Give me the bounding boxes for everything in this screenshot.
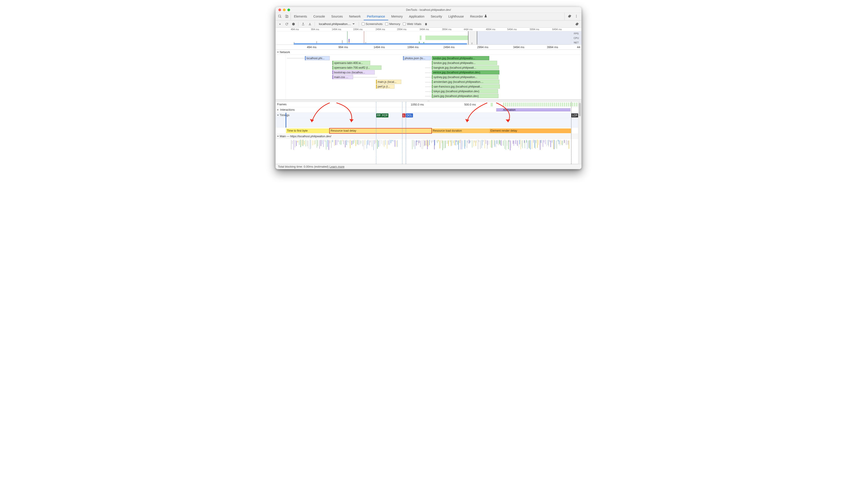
capture-settings-icon[interactable] — [575, 22, 579, 26]
clear-button[interactable] — [291, 22, 296, 26]
ruler-tick: 3494 ms — [513, 46, 524, 49]
network-request-bar[interactable]: main.css ... — [332, 75, 353, 79]
caret-down-icon — [352, 23, 355, 26]
tab-console[interactable]: Console — [310, 13, 328, 20]
flask-icon — [484, 14, 487, 18]
ov-tick: 494 ms — [291, 28, 299, 31]
ruler-tick: 1494 ms — [374, 46, 385, 49]
main-thread-header[interactable]: Main — https://localhost.philipwalton.de… — [276, 134, 581, 139]
window-close-button[interactable] — [279, 9, 281, 11]
ov-tick: 1994 ms — [353, 28, 363, 31]
network-request-bar[interactable]: localhost.phi... — [305, 56, 330, 60]
window-title: DevTools - localhost.philipwalton.dev/ — [406, 8, 451, 12]
window-zoom-button[interactable] — [287, 9, 290, 11]
network-request-bar[interactable]: amsterdam.jpg (localhost.philipwalton...… — [432, 80, 499, 84]
ov-tick: 3494 ms — [420, 28, 429, 31]
devtools-window: DevTools - localhost.philipwalton.dev/ E… — [275, 7, 582, 169]
ov-tick: 1494 ms — [332, 28, 341, 31]
tab-lighthouse[interactable]: Lighthouse — [445, 13, 467, 20]
svg-rect-1 — [286, 15, 287, 18]
ruler-tick: 2994 ms — [477, 46, 488, 49]
main-thread-flamechart[interactable] — [276, 139, 581, 164]
lcp-seg-resource-load-duration: Resource load duration — [432, 129, 489, 133]
ruler-tick: 2494 ms — [443, 46, 455, 49]
network-request-bar[interactable]: venice.jpg (localhost.philipwalton.dev) — [432, 70, 499, 74]
reload-record-button[interactable] — [285, 22, 289, 26]
network-request-bar[interactable]: london.jpg (localhost.philipwalto... — [432, 61, 497, 65]
network-request-bar[interactable]: opensans-latin-700.woff2 (l... — [332, 66, 382, 70]
tab-network[interactable]: Network — [346, 13, 364, 20]
inspect-element-icon[interactable] — [278, 14, 282, 19]
interactions-track[interactable]: Interactions Animation — [276, 107, 581, 113]
overview-right-labels: FPS CPU NET — [571, 31, 581, 45]
network-request-bar[interactable]: london.jpg (localhost.philipwalto... — [432, 56, 489, 60]
more-icon[interactable] — [574, 14, 578, 19]
timings-spacer — [276, 118, 581, 128]
overview-minimap[interactable]: 494 ms994 ms1494 ms1994 ms2494 ms2994 ms… — [276, 28, 581, 45]
tab-recorder[interactable]: Recorder — [467, 13, 490, 20]
tab-security[interactable]: Security — [427, 13, 446, 20]
network-request-bar[interactable]: tokyo.jpg (localhost.philipwalton.dev) — [432, 89, 498, 94]
detail-ruler[interactable]: 494 ms994 ms1494 ms1994 ms2494 ms2994 ms… — [276, 45, 581, 50]
device-toggle-icon[interactable] — [285, 14, 289, 19]
svg-point-5 — [576, 17, 577, 18]
save-profile-icon[interactable] — [308, 22, 312, 26]
ruler-tick: 494 ms — [307, 46, 317, 49]
network-flamechart[interactable]: localhost.phi...opensans-latin-400.w...o… — [276, 55, 581, 100]
status-bar: Total blocking time: 0.00ms (estimated) … — [276, 164, 581, 169]
inspect-toggle-group — [276, 13, 291, 20]
vertical-scrollbar[interactable] — [578, 102, 581, 164]
svg-point-4 — [576, 16, 577, 17]
ov-tick: 994 ms — [311, 28, 319, 31]
ov-tick: 5994 ms — [530, 28, 539, 31]
load-marker: L — [402, 113, 405, 117]
panel-tabs: ElementsConsoleSourcesNetworkPerformance… — [276, 13, 581, 20]
network-request-bar[interactable]: bootstrap.css (localhos... — [332, 70, 375, 74]
network-request-bar[interactable]: sydney.jpg (localhost.philipwalton... — [432, 75, 499, 79]
frame-duration-2: 500.0 ms — [464, 103, 476, 106]
network-section-header[interactable]: Network — [276, 50, 581, 55]
profile-select[interactable]: localhost.philipwalton.... — [318, 22, 356, 26]
lcp-seg-resource-load-delay: Resource load delay — [329, 128, 432, 134]
ov-tick: 2994 ms — [397, 28, 406, 31]
collect-garbage-icon[interactable] — [424, 22, 428, 26]
dcl-marker: DCL — [406, 113, 413, 117]
tab-application[interactable]: Application — [406, 13, 427, 20]
tab-memory[interactable]: Memory — [388, 13, 406, 20]
overview-selection-handle[interactable] — [468, 31, 477, 45]
ov-tick: 4994 ms — [486, 28, 495, 31]
net-overview — [294, 43, 467, 45]
frames-strip — [503, 103, 579, 106]
network-request-bar[interactable]: main.js (local... — [376, 80, 401, 84]
lcp-seg-ttfb: Time to first byte — [286, 129, 329, 133]
frame-duration-1: 1050.0 ms — [411, 103, 424, 106]
network-request-bar[interactable]: paris.jpg (localhost.philipwalton.dev) — [432, 94, 499, 98]
network-request-bar[interactable]: photos.json (lo... — [403, 56, 431, 60]
network-request-bar[interactable]: opensans-latin-400.w... — [332, 61, 370, 65]
tab-sources[interactable]: Sources — [328, 13, 346, 20]
tab-elements[interactable]: Elements — [291, 13, 310, 20]
webvitals-checkbox[interactable]: Web Vitals — [403, 22, 421, 26]
load-profile-icon[interactable] — [301, 22, 305, 26]
frames-track[interactable]: Frames 1050.0 ms 500.0 ms — [276, 102, 581, 107]
fp-marker: FP — [376, 113, 381, 117]
resize-handle[interactable]: ··· — [276, 100, 581, 102]
settings-icon[interactable] — [568, 14, 571, 19]
overview-ruler: 494 ms994 ms1494 ms1994 ms2494 ms2994 ms… — [276, 28, 581, 31]
window-minimize-button[interactable] — [283, 9, 286, 11]
tab-performance[interactable]: Performance — [364, 13, 388, 20]
learn-more-link[interactable]: Learn more — [330, 165, 344, 168]
screenshots-checkbox[interactable]: Screenshots — [362, 22, 383, 26]
lcp-marker: LCP — [571, 113, 578, 117]
network-request-bar[interactable]: bangkok.jpg (localhost.philipwalt... — [432, 66, 499, 70]
window-titlebar: DevTools - localhost.philipwalton.dev/ — [276, 7, 581, 13]
ruler-tick: 994 ms — [338, 46, 348, 49]
timings-track-header[interactable]: Timings FP FCP L DCL LCP — [276, 113, 581, 118]
record-button[interactable]: ● — [278, 22, 282, 26]
lcp-breakdown-row[interactable]: Time to first byte Resource load delay R… — [276, 128, 581, 134]
network-request-bar[interactable]: san-francisco.jpg (localhost.philipwalt.… — [432, 84, 500, 89]
memory-checkbox[interactable]: Memory — [385, 22, 400, 26]
svg-point-3 — [576, 15, 577, 16]
network-request-bar[interactable]: perf.js (l... — [376, 84, 394, 89]
ov-tick: 44|4 ms — [464, 28, 473, 31]
